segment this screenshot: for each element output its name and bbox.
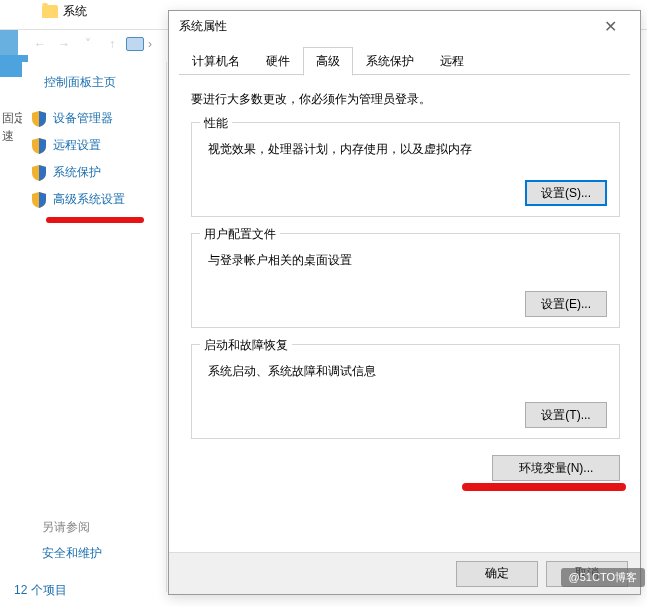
group-title: 启动和故障恢复: [200, 337, 292, 354]
items-count: 12 个项目: [14, 582, 67, 599]
annotation-underline: [462, 483, 626, 491]
monitor-icon: [126, 37, 144, 51]
admin-note: 要进行大多数更改，你必须作为管理员登录。: [191, 91, 620, 108]
dropdown-icon[interactable]: ˅: [78, 34, 98, 54]
dialog-title: 系统属性: [179, 18, 590, 35]
control-panel-home-link[interactable]: 控制面板主页: [22, 68, 166, 105]
control-panel-sidebar: 控制面板主页 设备管理器 远程设置 系统保护 高级系统设置 另请参阅 安全和维护: [22, 62, 167, 592]
folder-label: 系统: [63, 3, 87, 20]
link-label: 系统保护: [53, 164, 101, 181]
environment-variables-button[interactable]: 环境变量(N)...: [492, 455, 620, 481]
startup-recovery-settings-button[interactable]: 设置(T)...: [525, 402, 607, 428]
up-arrow-icon[interactable]: ↑: [102, 34, 122, 54]
tab-system-protection[interactable]: 系统保护: [353, 47, 427, 75]
group-title: 性能: [200, 115, 232, 132]
tab-advanced[interactable]: 高级: [303, 47, 353, 76]
shield-icon: [32, 138, 46, 154]
tab-computer-name[interactable]: 计算机名: [179, 47, 253, 75]
close-icon[interactable]: ✕: [590, 12, 630, 40]
shield-icon: [32, 111, 46, 127]
performance-group: 性能 视觉效果，处理器计划，内存使用，以及虚拟内存 设置(S)...: [191, 122, 620, 217]
ok-button[interactable]: 确定: [456, 561, 538, 587]
group-desc: 视觉效果，处理器计划，内存使用，以及虚拟内存: [208, 141, 607, 158]
tab-content-advanced: 要进行大多数更改，你必须作为管理员登录。 性能 视觉效果，处理器计划，内存使用，…: [169, 75, 640, 493]
link-label: 设备管理器: [53, 110, 113, 127]
link-label: 高级系统设置: [53, 191, 125, 208]
tab-hardware[interactable]: 硬件: [253, 47, 303, 75]
link-label: 远程设置: [53, 137, 101, 154]
system-properties-dialog: 系统属性 ✕ 计算机名 硬件 高级 系统保护 远程 要进行大多数更改，你必须作为…: [168, 10, 641, 595]
forward-arrow-icon: →: [54, 34, 74, 54]
folder-icon: [42, 5, 58, 18]
shield-icon: [32, 192, 46, 208]
tab-strip: 计算机名 硬件 高级 系统保护 远程: [169, 41, 640, 75]
advanced-system-settings-link[interactable]: 高级系统设置: [22, 186, 166, 213]
watermark: @51CTO博客: [561, 568, 645, 587]
performance-settings-button[interactable]: 设置(S)...: [525, 180, 607, 206]
group-desc: 与登录帐户相关的桌面设置: [208, 252, 607, 269]
see-also-label: 另请参阅: [42, 519, 90, 536]
security-maintenance-link[interactable]: 安全和维护: [42, 545, 102, 562]
back-arrow-icon[interactable]: ←: [30, 34, 50, 54]
remote-settings-link[interactable]: 远程设置: [22, 132, 166, 159]
environment-variables-row: 环境变量(N)...: [191, 455, 620, 481]
tab-remote[interactable]: 远程: [427, 47, 477, 75]
breadcrumb-chevron-icon[interactable]: ›: [148, 37, 152, 51]
startup-recovery-group: 启动和故障恢复 系统启动、系统故障和调试信息 设置(T)...: [191, 344, 620, 439]
user-profiles-settings-button[interactable]: 设置(E)...: [525, 291, 607, 317]
annotation-underline: [46, 217, 144, 223]
file-tab-strip: [0, 30, 18, 55]
quick-label: 速: [2, 128, 14, 145]
group-title: 用户配置文件: [200, 226, 280, 243]
system-protection-link[interactable]: 系统保护: [22, 159, 166, 186]
device-manager-link[interactable]: 设备管理器: [22, 105, 166, 132]
shield-icon: [32, 165, 46, 181]
user-profiles-group: 用户配置文件 与登录帐户相关的桌面设置 设置(E)...: [191, 233, 620, 328]
dialog-titlebar: 系统属性 ✕: [169, 11, 640, 41]
folder-title: 系统: [42, 3, 87, 20]
group-desc: 系统启动、系统故障和调试信息: [208, 363, 607, 380]
nav-toolbar: ← → ˅ ↑ ›: [30, 34, 152, 54]
